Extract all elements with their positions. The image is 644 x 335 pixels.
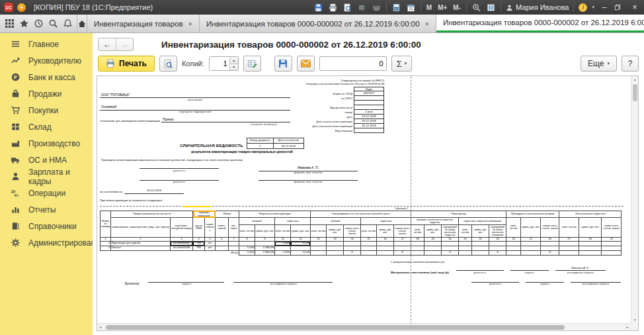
- scroll-left-icon[interactable]: ◄: [97, 324, 104, 330]
- help-button-label: ?: [628, 59, 633, 68]
- table-row[interactable]: 2 Платье 00-00000036 796 шт 1,000 2 660,…: [101, 246, 622, 250]
- sidebar-item-spravochniki[interactable]: Справочники: [0, 218, 93, 234]
- minimize-button[interactable]: –: [599, 3, 610, 12]
- caret-down-icon: ▾: [607, 61, 610, 66]
- sidebar-item-otchety[interactable]: Отчеты: [0, 201, 93, 218]
- tab-close-icon[interactable]: ×: [425, 20, 429, 28]
- apps-menu-icon[interactable]: [3, 17, 16, 31]
- tab-label: Инвентаризация товаров 0000-000002 от 26…: [443, 19, 644, 26]
- current-user[interactable]: Мария Иванова: [506, 3, 569, 11]
- sidebar-item-glavnoe[interactable]: Главное: [0, 36, 93, 52]
- favorites-icon[interactable]: [17, 17, 30, 31]
- cut-line: [100, 206, 624, 207]
- service-menu-icon[interactable]: ▾: [17, 3, 26, 12]
- sidebar-item-label: Зарплата и кадры: [28, 168, 93, 186]
- sidebar-item-sklad[interactable]: Склад: [0, 119, 93, 135]
- th-qty: коли- чество: [275, 225, 291, 238]
- vertical-scrollbar[interactable]: ▲ ▼: [631, 76, 638, 323]
- sidebar-item-os-i-nma[interactable]: ОС и НМА: [0, 152, 93, 168]
- department-caption: структурное подразделение: [100, 111, 290, 114]
- sidebar-item-zarplata-i-kadry[interactable]: Зарплата и кадры: [0, 168, 93, 185]
- tab-inventory-doc[interactable]: Инвентаризация товаров 0000-000002 от 26…: [200, 15, 436, 32]
- titlebar-separator: [386, 3, 387, 12]
- search-icon[interactable]: [46, 17, 60, 31]
- print-add-icon[interactable]: [357, 3, 367, 13]
- print-preview-area[interactable]: Унифицированная форма № ИНВ-19 Утвержден…: [97, 75, 639, 331]
- tab-inventory-doc-print[interactable]: Инвентаризация товаров 0000-000002 от 26…: [436, 15, 644, 32]
- edit-table-button[interactable]: [243, 56, 261, 72]
- restore-button[interactable]: [614, 4, 625, 11]
- inventory-table[interactable]: Номер по порядку Товарно-материальные це…: [100, 211, 622, 256]
- sum-function-button[interactable]: Σ ▾: [391, 56, 413, 72]
- accountant-signature: подпись: [148, 279, 224, 286]
- organization-value: ООО "ПУГОВИЦА": [100, 93, 290, 98]
- sidebar-item-rukovoditelyu[interactable]: Руководителю: [0, 52, 93, 69]
- memory-store-button[interactable]: M: [426, 4, 432, 11]
- home-tab[interactable]: [77, 15, 87, 32]
- bag-icon: [10, 89, 20, 99]
- save-icon[interactable]: [313, 3, 323, 13]
- copies-up-icon[interactable]: ▲: [230, 57, 238, 64]
- user-name: Мария Иванова: [516, 3, 569, 11]
- zoom-icon[interactable]: [471, 3, 481, 13]
- th-shortage: недостача: [361, 218, 411, 225]
- back-button[interactable]: ←: [99, 38, 116, 50]
- more-button-label: Еще: [588, 59, 604, 68]
- memory-subtract-button[interactable]: M-: [452, 4, 462, 11]
- copies-input[interactable]: [210, 57, 229, 70]
- print-button[interactable]: Печать: [98, 56, 155, 72]
- svg-text:31: 31: [409, 7, 413, 11]
- save-file-button[interactable]: [274, 56, 292, 72]
- info-icon[interactable]: i: [579, 3, 587, 12]
- titlebar-separator: [573, 3, 574, 12]
- copies-down-icon[interactable]: ▼: [230, 64, 238, 71]
- print-preview-icon[interactable]: [342, 3, 352, 13]
- preview-button[interactable]: [159, 56, 177, 72]
- scroll-down-icon[interactable]: ▼: [631, 316, 638, 323]
- memory-add-button[interactable]: M+: [437, 4, 448, 11]
- print-settings-icon[interactable]: [372, 3, 382, 13]
- calculator-icon[interactable]: [391, 3, 401, 13]
- horizontal-scroll-thumb[interactable]: [106, 325, 565, 330]
- split-view-icon[interactable]: [486, 3, 496, 13]
- accountant-label: Бухгалтер: [125, 282, 139, 286]
- more-button[interactable]: Еще ▾: [581, 56, 617, 72]
- sidebar-item-proizvodstvo[interactable]: Производство: [0, 135, 93, 152]
- codes-table: Коды Форма по ОКУД0317017 по ОКПО Вид де…: [294, 87, 384, 133]
- th-tmc-name: наименование, характеристика, (вид, сорт…: [111, 218, 171, 238]
- forward-button[interactable]: →: [116, 38, 133, 50]
- scroll-up-icon[interactable]: ▲: [631, 76, 638, 83]
- responsible-position: должность: [471, 279, 519, 286]
- sum-field[interactable]: [319, 56, 387, 71]
- history-icon[interactable]: [32, 17, 45, 31]
- close-button[interactable]: ×: [629, 3, 640, 12]
- tab-inventory-list[interactable]: Инвентаризация товаров ×: [87, 15, 200, 32]
- sidebar-item-pokupki[interactable]: Покупки: [0, 102, 93, 119]
- sidebar-item-label: Продажи: [28, 89, 61, 99]
- window-titlebar: 1С ▾ [КОПИЯ] ПБУ 18 (1С:Предприятие) 31 …: [0, 0, 644, 15]
- th-npp: Номер по порядку: [101, 211, 111, 237]
- help-button[interactable]: ?: [622, 56, 639, 72]
- dt-kt-icon: ДтКт: [10, 188, 20, 199]
- collapse-ribbon-icon[interactable]: ▾: [592, 5, 594, 10]
- document-toolbar: Печать Копий: ▲ ▼: [93, 52, 644, 75]
- table-row[interactable]: 1 Фурнитура для курток 00-00000062 796 ш…: [101, 241, 622, 246]
- sidebar-item-bank-i-kassa[interactable]: P Банк и касса: [0, 69, 93, 85]
- sidebar-item-prodazhi[interactable]: Продажи: [0, 85, 93, 102]
- send-email-button[interactable]: [297, 56, 315, 72]
- user-icon: [506, 4, 513, 11]
- horizontal-scrollbar[interactable]: ◄ ►: [97, 323, 631, 330]
- tab-close-icon[interactable]: ×: [188, 20, 192, 28]
- sidebar-item-operacii[interactable]: ДтКт Операции: [0, 185, 93, 201]
- scroll-right-icon[interactable]: ►: [624, 324, 631, 330]
- th-unit-name: наиме- нование: [205, 218, 216, 238]
- th-unit[interactable]: Единица измерения: [193, 211, 216, 217]
- calendar-icon[interactable]: 31: [406, 3, 416, 13]
- copies-stepper[interactable]: ▲ ▼: [209, 56, 239, 71]
- app-logo-icon[interactable]: 1С: [4, 3, 13, 12]
- vertical-scroll-thumb[interactable]: [633, 84, 637, 101]
- notifications-icon[interactable]: [61, 17, 74, 31]
- print-icon[interactable]: [328, 3, 338, 13]
- search-highlight: [182, 206, 211, 208]
- sidebar-item-administrirovanie[interactable]: Администрирование: [0, 234, 93, 251]
